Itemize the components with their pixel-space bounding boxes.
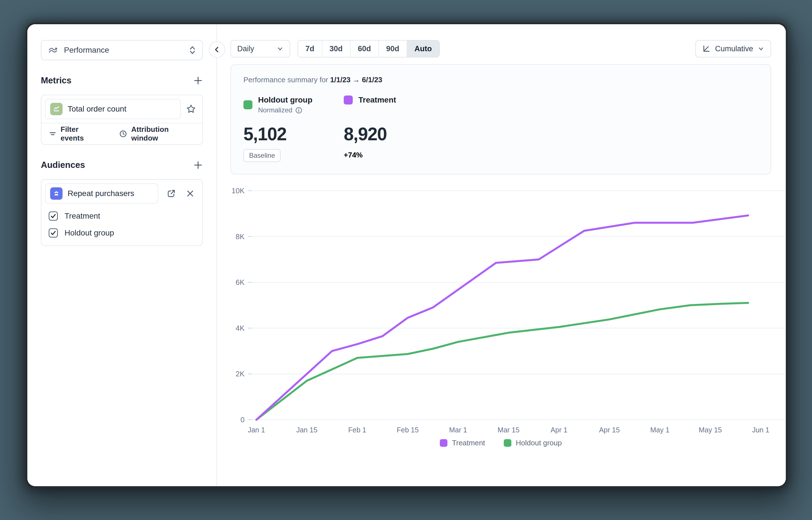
summary-values-row: 5,102 Baseline 8,920 +74% (243, 124, 758, 162)
mode-label: Cumulative (715, 45, 753, 53)
svg-text:4K: 4K (236, 324, 244, 332)
range-30d-button[interactable]: 30d (322, 41, 350, 57)
legend-item-treatment[interactable]: Treatment (440, 439, 485, 447)
legend-item-holdout[interactable]: Holdout group (504, 439, 562, 447)
chevron-left-icon (213, 45, 221, 54)
filter-events-label: Filter events (60, 125, 102, 142)
range-auto-button[interactable]: Auto (407, 41, 439, 57)
holdout-group-name: Holdout group (258, 96, 312, 104)
treatment-delta: +74% (344, 151, 387, 159)
range-7d-button[interactable]: 7d (298, 41, 322, 57)
svg-text:2K: 2K (236, 370, 244, 378)
svg-text:Mar 15: Mar 15 (498, 426, 520, 434)
add-audience-button[interactable] (193, 160, 203, 170)
granularity-label: Daily (237, 45, 272, 53)
holdout-swatch (243, 100, 253, 109)
svg-text:Apr 1: Apr 1 (551, 426, 568, 434)
audiences-title: Audiences (41, 160, 85, 170)
legend-treatment-swatch (440, 439, 447, 447)
treatment-group-name: Treatment (358, 96, 396, 105)
metric-select[interactable]: Total order count (45, 99, 181, 119)
chevron-down-icon (758, 45, 764, 52)
svg-text:Jan 1: Jan 1 (248, 426, 265, 434)
svg-text:May 1: May 1 (650, 426, 670, 434)
svg-text:Jan 15: Jan 15 (296, 426, 317, 434)
sidebar: Performance Metrics (27, 24, 217, 486)
granularity-select[interactable]: Daily (231, 40, 290, 57)
metrics-title: Metrics (41, 76, 72, 86)
range-segmented-control: 7d 30d 60d 90d Auto (297, 40, 440, 57)
svg-text:Jun 1: Jun 1 (752, 426, 769, 434)
treatment-group-header: Treatment (344, 96, 396, 105)
report-type-label: Performance (64, 46, 183, 55)
holdout-group-header: Holdout group Normalized (243, 96, 344, 114)
main-panel: Daily 7d 30d 60d 90d Auto (217, 24, 786, 486)
legend-treatment-label: Treatment (452, 439, 485, 447)
attribution-window-label: Attribution window (131, 125, 195, 142)
line-chart: 02K4K6K8K10KJan 1Jan 15Feb 1Feb 15Mar 1M… (231, 186, 771, 462)
legend-holdout-label: Holdout group (516, 439, 562, 447)
svg-text:Mar 1: Mar 1 (449, 426, 467, 434)
attribution-window-button[interactable]: Attribution window (119, 125, 195, 142)
baseline-badge: Baseline (243, 149, 281, 162)
app-window: Performance Metrics (27, 24, 786, 486)
collapse-sidebar-button[interactable] (209, 42, 225, 58)
metrics-header: Metrics (41, 76, 203, 86)
filter-icon (49, 130, 57, 138)
summary-arrow: → (352, 76, 360, 84)
clock-icon (119, 130, 127, 138)
summary-title: Performance summary for 1/1/23 → 6/1/23 (243, 76, 758, 84)
filter-events-button[interactable]: Filter events (49, 125, 102, 142)
cumulative-chart-icon (702, 45, 711, 53)
svg-text:6K: 6K (236, 278, 244, 286)
holdout-checkbox-row[interactable]: Holdout group (49, 229, 202, 245)
audience-name: Repeat purchasers (68, 189, 134, 198)
audiences-header: Audiences (41, 160, 203, 170)
treatment-checkbox-label: Treatment (64, 212, 100, 220)
chevron-down-icon (277, 45, 283, 52)
svg-text:Feb 15: Feb 15 (397, 426, 419, 434)
checkbox-holdout[interactable] (49, 229, 58, 237)
metric-chart-line-icon (50, 103, 62, 115)
performance-summary-card: Performance summary for 1/1/23 → 6/1/23 … (231, 64, 771, 174)
star-icon[interactable] (185, 103, 197, 115)
chevron-up-down-icon (189, 45, 196, 55)
summary-date-end: 6/1/23 (362, 76, 382, 84)
summary-date-start: 1/1/23 (330, 76, 350, 84)
svg-text:10K: 10K (232, 186, 245, 195)
holdout-checkbox-label: Holdout group (64, 229, 114, 237)
svg-text:8K: 8K (236, 232, 244, 241)
treatment-swatch (344, 96, 353, 105)
range-90d-button[interactable]: 90d (378, 41, 407, 57)
audience-select[interactable]: Repeat purchasers (45, 183, 158, 204)
performance-trend-icon (48, 45, 58, 55)
svg-text:Feb 1: Feb 1 (348, 426, 366, 434)
add-metric-button[interactable] (193, 76, 203, 85)
audience-card: Repeat purchasers (41, 179, 203, 246)
svg-text:May 15: May 15 (699, 426, 722, 434)
metric-card: Total order count Filter ev (41, 95, 203, 145)
legend-holdout-swatch (504, 439, 512, 447)
metric-name: Total order count (68, 105, 127, 113)
users-icon (50, 187, 62, 200)
svg-text:Apr 15: Apr 15 (599, 426, 620, 434)
remove-audience-icon[interactable] (186, 189, 195, 198)
summary-groups-row: Holdout group Normalized (243, 96, 758, 114)
treatment-value: 8,920 (344, 124, 387, 145)
checkbox-treatment[interactable] (49, 212, 58, 220)
holdout-value: 5,102 (243, 124, 344, 145)
info-icon[interactable] (295, 106, 303, 114)
svg-text:0: 0 (241, 415, 244, 424)
external-link-icon[interactable] (166, 189, 176, 198)
chart-toolbar: Daily 7d 30d 60d 90d Auto (231, 40, 771, 57)
range-60d-button[interactable]: 60d (350, 41, 378, 57)
mode-select[interactable]: Cumulative (696, 40, 771, 57)
report-type-select[interactable]: Performance (41, 40, 203, 60)
treatment-checkbox-row[interactable]: Treatment (49, 212, 202, 220)
holdout-group-subtitle: Normalized (258, 106, 312, 114)
chart-legend: Treatment Holdout group (231, 439, 771, 447)
chart-canvas[interactable]: 02K4K6K8K10KJan 1Jan 15Feb 1Feb 15Mar 1M… (228, 186, 786, 439)
